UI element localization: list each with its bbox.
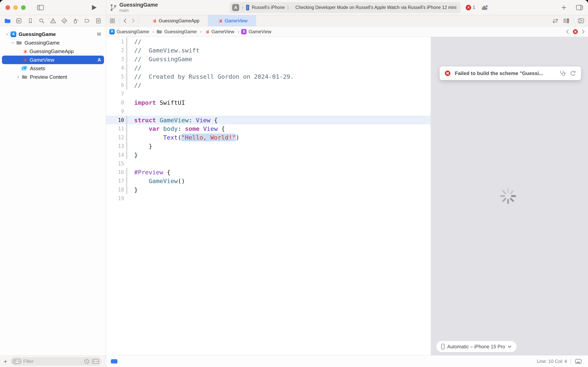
disclosure-open-icon[interactable] xyxy=(5,32,10,36)
breadcrumb-label: GuessingGame xyxy=(164,29,197,34)
navigation-row: GuessingGameAppGameView xyxy=(0,15,588,26)
toolbar-left xyxy=(0,0,106,15)
code-line-12[interactable]: 12 Text("Hello, World!") xyxy=(106,133,431,142)
code-line-15[interactable]: 15 xyxy=(106,159,431,168)
code-text: // GameView.swift xyxy=(127,47,200,54)
code-line-7[interactable]: 7 xyxy=(106,90,431,98)
sidebar-item-guessinggameapp[interactable]: GuessingGameApp xyxy=(2,47,104,56)
minimap-icon[interactable] xyxy=(563,18,570,24)
sidebar-item-guessinggame[interactable]: GuessingGame xyxy=(2,39,104,47)
swap-editor-icon[interactable] xyxy=(552,18,559,24)
source-control-navigator-icon[interactable] xyxy=(15,17,23,25)
sidebar-item-gameview[interactable]: GameViewA xyxy=(2,56,104,64)
preview-device-selector[interactable]: Automatic – iPhone 15 Pro xyxy=(436,341,517,352)
tab-label: GameView xyxy=(225,18,247,24)
tab-gameview[interactable]: GameView xyxy=(208,15,256,26)
code-line-10[interactable]: 10struct GameView: View { xyxy=(106,116,431,125)
code-line-5[interactable]: 5// Created by Russell Gordon on 2024-01… xyxy=(106,72,431,81)
chevron-right-icon: › xyxy=(242,5,244,10)
project-app-icon: A xyxy=(232,4,239,11)
filter-field[interactable]: Filter xyxy=(10,357,102,366)
file-label: GuessingGameApp xyxy=(30,48,74,54)
breadcrumb-item-0[interactable]: AGuessingGame xyxy=(109,29,149,34)
go-forward-icon[interactable] xyxy=(131,18,135,24)
next-issue-icon[interactable] xyxy=(581,29,585,34)
breadcrumb-item-1[interactable]: GuessingGame xyxy=(156,29,197,35)
issue-stop-icon[interactable] xyxy=(572,29,578,35)
line-number: 7 xyxy=(106,91,126,97)
source-editor[interactable]: 1//2// GameView.swift3// GuessingGame4//… xyxy=(106,37,431,355)
code-line-17[interactable]: 17 GameView() xyxy=(106,177,431,185)
display-icon[interactable] xyxy=(574,358,582,365)
tab-guessinggameapp[interactable]: GuessingGameApp xyxy=(142,15,208,26)
breadcrumb-label: GuessingGame xyxy=(117,29,149,34)
file-label: Preview Content xyxy=(30,74,67,80)
toggle-sidebar-icon[interactable] xyxy=(37,4,44,11)
code-line-6[interactable]: 6// xyxy=(106,81,431,90)
toggle-inspector-icon[interactable] xyxy=(576,4,583,11)
minimize-window-button[interactable] xyxy=(13,5,18,10)
code-line-16[interactable]: 16#Preview { xyxy=(106,168,431,177)
app-icon: A xyxy=(10,31,16,37)
close-window-button[interactable] xyxy=(5,5,10,10)
change-bar xyxy=(126,37,127,46)
editor-mode-chip[interactable] xyxy=(111,359,118,364)
debug-navigator-icon[interactable] xyxy=(72,17,79,25)
bookmarks-navigator-icon[interactable] xyxy=(27,17,34,25)
breadcrumb-separator: › xyxy=(238,29,239,34)
zoom-window-button[interactable] xyxy=(21,5,26,10)
activity-status[interactable]: A › Russell’s iPhone 1 Checking Develope… xyxy=(230,2,461,13)
code-line-18[interactable]: 18} xyxy=(106,185,431,194)
iphone-outline-icon xyxy=(441,344,445,350)
breadcrumb-item-2[interactable]: GameView xyxy=(204,29,234,35)
code-line-13[interactable]: 13 } xyxy=(106,142,431,151)
scheme-title[interactable]: GuessingGame main xyxy=(119,2,158,13)
issues-navigator-icon[interactable] xyxy=(49,17,57,25)
add-editor-icon[interactable] xyxy=(578,18,585,24)
line-number: 9 xyxy=(106,108,126,114)
code-line-8[interactable]: 8import SwiftUI xyxy=(106,98,431,107)
code-line-4[interactable]: 4// xyxy=(106,63,431,72)
sidebar-item-assets[interactable]: Assets xyxy=(2,64,104,73)
code-line-9[interactable]: 9 xyxy=(106,107,431,116)
change-bar xyxy=(126,63,127,72)
recent-filter-icon[interactable] xyxy=(84,359,90,364)
find-navigator-icon[interactable] xyxy=(38,17,45,25)
line-number: 8 xyxy=(106,100,126,106)
reports-navigator-icon[interactable] xyxy=(95,17,102,25)
run-button[interactable] xyxy=(91,4,97,11)
issue-count[interactable]: ✕ 1 xyxy=(466,5,475,10)
breakpoints-navigator-icon[interactable] xyxy=(84,17,91,25)
code-line-14[interactable]: 14} xyxy=(106,150,431,159)
disclosure-closed-icon[interactable] xyxy=(16,75,21,79)
assets-icon xyxy=(21,66,28,71)
code-line-2[interactable]: 2// GameView.swift xyxy=(106,46,431,55)
breadcrumb-item-3[interactable]: SGameView xyxy=(241,29,271,34)
scope-filter-icon[interactable] xyxy=(92,359,99,364)
code-line-19[interactable]: 19 xyxy=(106,194,431,203)
go-back-icon[interactable] xyxy=(123,18,127,24)
diagnostics-icon[interactable] xyxy=(559,70,566,77)
code-line-3[interactable]: 3// GuessingGame xyxy=(106,55,431,64)
code-line-11[interactable]: 11 var body: some View { xyxy=(106,125,431,133)
app-icon: A xyxy=(109,29,115,34)
add-tab-button[interactable] xyxy=(561,4,567,11)
project-navigator-icon[interactable] xyxy=(4,17,11,25)
build-error-banner[interactable]: Failed to build the scheme "Guessi... xyxy=(440,67,581,80)
disclosure-open-icon[interactable] xyxy=(10,41,15,45)
sidebar-item-preview-content[interactable]: Preview Content xyxy=(2,73,104,81)
jump-bar: AGuessingGame›GuessingGame›GameView›SGam… xyxy=(106,26,588,37)
code-text: // Created by Russell Gordon on 2024-01-… xyxy=(127,73,294,80)
error-octagon-icon xyxy=(444,70,451,77)
file-label: GameView xyxy=(30,57,54,63)
sidebar-item-guessinggame[interactable]: AGuessingGameM xyxy=(2,30,104,39)
retry-build-icon[interactable] xyxy=(570,70,576,77)
loading-spinner xyxy=(499,187,517,205)
tests-navigator-icon[interactable] xyxy=(61,17,68,25)
change-bar xyxy=(126,142,127,151)
previous-issue-icon[interactable] xyxy=(565,29,570,34)
add-file-button[interactable]: + xyxy=(3,358,7,365)
code-text: GameView() xyxy=(127,177,185,184)
related-items-icon[interactable] xyxy=(109,18,116,24)
code-line-1[interactable]: 1// xyxy=(106,37,431,46)
